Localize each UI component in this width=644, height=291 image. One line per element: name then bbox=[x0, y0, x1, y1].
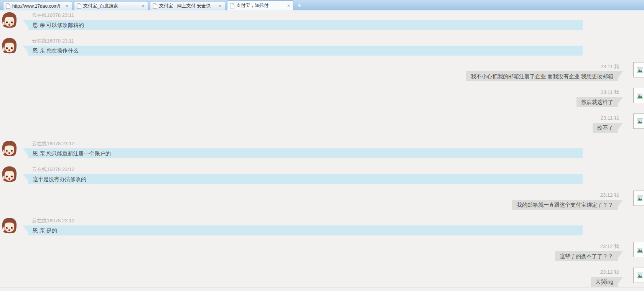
message-row-agent: 云在线16078 23:12 这个是没有办法修改的 bbox=[0, 166, 644, 184]
message-row-agent: 云在线16078 23:12 恩 亲 您只能重新注册一个账户的 bbox=[0, 140, 644, 158]
self-label: 我 bbox=[614, 243, 619, 249]
message-header: 云在线16078 23:12 bbox=[32, 217, 644, 224]
message-bubble: 这个是没有办法修改的 bbox=[28, 174, 583, 184]
self-label: 我 bbox=[614, 64, 619, 69]
broken-image-icon bbox=[637, 93, 643, 99]
broken-image-icon bbox=[637, 67, 643, 73]
agent-avatar bbox=[1, 217, 18, 234]
message-time: 23:12 bbox=[62, 218, 75, 224]
message-time: 23:12 bbox=[62, 141, 75, 146]
girl-avatar-icon bbox=[1, 140, 18, 157]
message-bubble: 大哭ing bbox=[591, 277, 618, 287]
new-tab-button[interactable]: + bbox=[295, 2, 304, 9]
message-header: 23:11 我 bbox=[593, 114, 619, 122]
page-icon bbox=[230, 3, 234, 8]
agent-avatar bbox=[1, 37, 18, 54]
message-header: 23:12 我 bbox=[591, 268, 619, 276]
message-header: 云在线16078 23:12 bbox=[32, 140, 644, 147]
tab-title: http://www.17dao.com/i bbox=[12, 3, 63, 9]
message-row-agent: 云在线16078 23:11 恩 亲 可以修改邮箱的 bbox=[0, 12, 644, 30]
girl-avatar-icon bbox=[1, 37, 18, 54]
browser-tab-bar: http://www.17dao.com/i×支付宝_百度搜索×支付宝 - 网上… bbox=[0, 0, 644, 10]
message-bubble: 恩 亲 您只能重新注册一个账户的 bbox=[28, 148, 583, 158]
message-row-self: 23:12 我 大哭ing bbox=[0, 268, 644, 287]
message-time: 23:12 bbox=[62, 166, 75, 172]
message-row-self: 23:11 我 改不了 bbox=[0, 114, 644, 133]
self-avatar bbox=[633, 113, 644, 129]
message-row-self: 23:11 我 然后就这样了 bbox=[0, 89, 644, 107]
agent-name: 云在线16078 bbox=[32, 166, 61, 172]
message-time: 23:11 bbox=[601, 89, 613, 95]
message-bubble: 我的邮箱就一直跟这个支付宝绑定了？？ bbox=[512, 200, 618, 210]
message-time: 23:12 bbox=[600, 192, 613, 198]
girl-avatar-icon bbox=[1, 217, 18, 234]
self-avatar bbox=[633, 191, 644, 206]
self-label: 我 bbox=[614, 89, 619, 95]
message-header: 23:11 我 bbox=[466, 63, 619, 70]
message-bubble: 恩 亲 可以修改邮箱的 bbox=[28, 20, 583, 30]
message-time: 23:11 bbox=[62, 12, 74, 18]
message-bubble: 恩 亲 是的 bbox=[28, 225, 583, 235]
message-bubble: 这辈子的换不了了？？ bbox=[555, 251, 618, 261]
message-header: 云在线16078 23:12 bbox=[32, 166, 644, 173]
broken-image-icon bbox=[637, 247, 643, 253]
message-bubble: 我不小心把我的邮箱注册了企业 而我没有企业 我想更改邮箱 bbox=[466, 71, 618, 81]
self-avatar bbox=[633, 88, 644, 103]
message-header: 23:12 我 bbox=[555, 243, 619, 250]
page-icon bbox=[153, 3, 157, 9]
browser-tab[interactable]: 支付宝_百度搜索× bbox=[74, 1, 148, 10]
agent-name: 云在线16078 bbox=[32, 12, 61, 18]
tab-title: 支付宝，知托付 bbox=[236, 2, 284, 9]
agent-avatar bbox=[1, 140, 18, 157]
tab-title: 支付宝_百度搜索 bbox=[83, 3, 138, 9]
message-time: 23:12 bbox=[600, 269, 613, 275]
close-icon[interactable]: × bbox=[218, 3, 222, 8]
message-row-agent: 云在线16078 23:11 恩 亲 您在操作什么 bbox=[0, 37, 644, 56]
browser-window: http://www.17dao.com/i×支付宝_百度搜索×支付宝 - 网上… bbox=[0, 0, 644, 291]
message-time: 23:12 bbox=[600, 243, 613, 249]
agent-name: 云在线16078 bbox=[32, 218, 61, 224]
chat-bottom-divider bbox=[0, 288, 644, 288]
message-time: 23:11 bbox=[601, 115, 613, 121]
message-row-self: 23:11 我 我不小心把我的邮箱注册了企业 而我没有企业 我想更改邮箱 bbox=[0, 63, 644, 81]
message-time: 23:11 bbox=[62, 38, 74, 44]
girl-avatar-icon bbox=[1, 12, 18, 29]
close-icon[interactable]: × bbox=[286, 3, 291, 8]
page-icon bbox=[6, 3, 10, 9]
message-header: 23:12 我 bbox=[512, 191, 619, 199]
message-header: 23:11 我 bbox=[576, 89, 619, 96]
message-time: 23:11 bbox=[601, 64, 613, 69]
browser-tab[interactable]: 支付宝，知托付× bbox=[227, 0, 293, 10]
broken-image-icon bbox=[637, 118, 643, 124]
self-label: 我 bbox=[614, 269, 619, 275]
broken-image-icon bbox=[637, 273, 643, 278]
page-icon bbox=[77, 3, 81, 9]
message-row-self: 23:12 我 我的邮箱就一直跟这个支付宝绑定了？？ bbox=[0, 191, 644, 210]
agent-name: 云在线16078 bbox=[32, 38, 61, 44]
browser-tab[interactable]: http://www.17dao.com/i× bbox=[3, 1, 72, 10]
agent-avatar bbox=[1, 12, 18, 29]
message-bubble: 改不了 bbox=[593, 123, 618, 133]
close-icon[interactable]: × bbox=[65, 3, 69, 8]
agent-avatar bbox=[1, 166, 18, 183]
self-avatar bbox=[633, 62, 644, 77]
chat-log[interactable]: 云在线16078 23:11 恩 亲 可以修改邮箱的 bbox=[0, 11, 644, 291]
broken-image-icon bbox=[637, 196, 643, 201]
self-label: 我 bbox=[614, 115, 619, 121]
self-avatar bbox=[633, 268, 644, 283]
message-row-self: 23:12 我 这辈子的换不了了？？ bbox=[0, 243, 644, 261]
self-avatar bbox=[633, 242, 644, 257]
message-header: 云在线16078 23:11 bbox=[32, 37, 644, 44]
browser-tab[interactable]: 支付宝 - 网上支付 安全快× bbox=[150, 1, 225, 10]
message-bubble: 然后就这样了 bbox=[576, 97, 618, 107]
girl-avatar-icon bbox=[1, 166, 18, 183]
message-header: 云在线16078 23:11 bbox=[32, 12, 644, 19]
message-row-agent: 云在线16078 23:12 恩 亲 是的 bbox=[0, 217, 644, 235]
agent-name: 云在线16078 bbox=[32, 141, 61, 146]
close-icon[interactable]: × bbox=[141, 3, 145, 8]
self-label: 我 bbox=[614, 192, 619, 198]
message-bubble: 恩 亲 您在操作什么 bbox=[28, 46, 583, 56]
tab-title: 支付宝 - 网上支付 安全快 bbox=[159, 3, 216, 9]
